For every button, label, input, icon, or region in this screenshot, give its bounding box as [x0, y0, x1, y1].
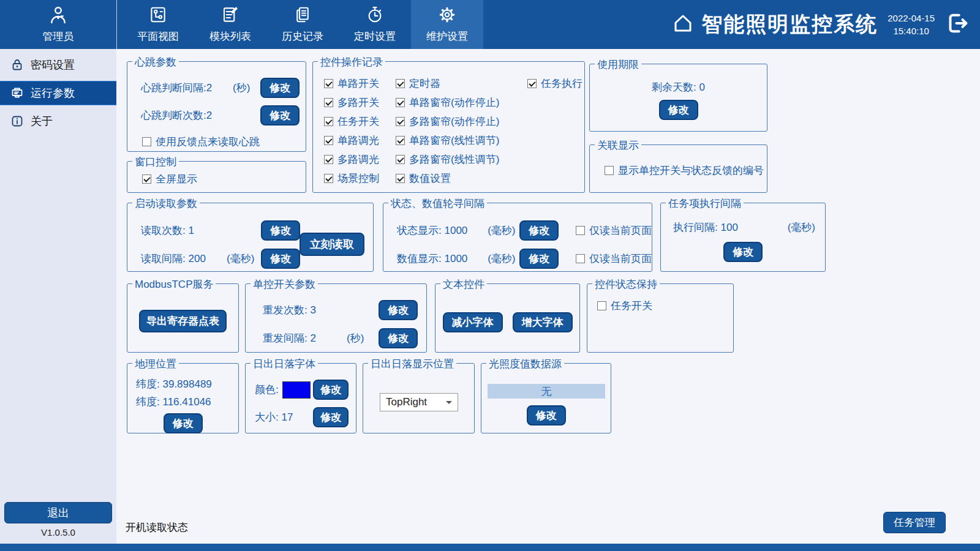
checkbox-icon — [396, 155, 405, 164]
checkbox-icon — [142, 137, 151, 146]
ops-checkbox-item[interactable]: 单路窗帘(线性调节) — [396, 133, 527, 148]
tab-module-list[interactable]: 模块列表 — [194, 0, 266, 49]
task-switch-checkbox[interactable]: 任务开关 — [597, 299, 733, 313]
ops-checkbox-item[interactable]: 多路调光 — [324, 152, 396, 167]
ops-checkbox-item[interactable]: 多路窗帘(线性调节) — [396, 152, 527, 167]
ops-checkbox-item[interactable]: 定时器 — [396, 77, 527, 91]
modify-button[interactable]: 修改 — [379, 328, 418, 348]
modify-button[interactable]: 修改 — [313, 380, 349, 400]
time-text: 15:40:10 — [893, 26, 929, 36]
checkbox-label: 使用反馈点来读取心跳 — [156, 135, 260, 149]
sidebar-item-run-params[interactable]: 运行参数 — [0, 81, 116, 105]
ops-checkbox-item[interactable]: 单路开关 — [324, 77, 396, 91]
feedback-heartbeat-checkbox[interactable]: 使用反馈点来读取心跳 — [142, 135, 306, 149]
home-icon — [672, 12, 694, 37]
value-display-value: 数值显示: 1000 — [397, 252, 488, 266]
tab-floorplan[interactable]: 平面视图 — [122, 0, 194, 49]
checkbox-label: 数值设置 — [409, 171, 451, 186]
group-title: ModbusTCP服务 — [132, 277, 216, 291]
checkbox-label: 任务开关 — [611, 299, 652, 313]
logout-icon[interactable] — [946, 11, 970, 38]
read-now-button[interactable]: 立刻读取 — [300, 233, 364, 256]
ops-checkbox-item[interactable]: 单路调光 — [324, 133, 396, 148]
group-modbus: ModbusTCP服务 导出寄存器点表 — [127, 283, 239, 353]
latitude-value: 纬度: 39.898489 — [136, 377, 238, 391]
tab-label: 平面视图 — [137, 29, 179, 43]
increase-font-button[interactable]: 增大字体 — [513, 312, 573, 332]
ops-checkbox-item[interactable]: 多路开关 — [324, 96, 396, 110]
modify-button[interactable]: 修改 — [260, 105, 300, 126]
tab-label: 维护设置 — [426, 29, 468, 43]
only-current-page-checkbox[interactable]: 仅读当前页面 — [576, 223, 652, 238]
checkbox-icon — [396, 117, 405, 126]
group-sunrise-font: 日出日落字体 颜色: 修改 大小: 17 修改 — [245, 363, 356, 433]
export-registers-button[interactable]: 导出寄存器点表 — [139, 310, 227, 332]
checkbox-label: 定时器 — [409, 77, 440, 91]
lux-source-value: 无 — [488, 384, 605, 399]
tab-history[interactable]: 历史记录 — [266, 0, 339, 49]
sidebar-item-password-settings[interactable]: 密码设置 — [0, 53, 116, 77]
checkbox-icon — [396, 174, 405, 183]
modify-button[interactable]: 修改 — [164, 413, 203, 433]
datetime: 2022-04-15 15:40:10 — [888, 12, 935, 37]
ops-checkbox-item[interactable]: 数值设置 — [396, 171, 527, 186]
tab-timer-settings[interactable]: 定时设置 — [339, 0, 411, 49]
sidebar-item-about[interactable]: 关于 — [0, 109, 116, 133]
font-color-swatch — [282, 381, 311, 399]
modify-button[interactable]: 修改 — [519, 220, 559, 241]
modify-button[interactable]: 修改 — [260, 78, 300, 98]
exec-interval-value: 执行间隔: 100 — [673, 220, 738, 234]
checkbox-icon — [576, 226, 585, 235]
header-right: 智能照明监控系统 2022-04-15 15:40:10 — [672, 0, 980, 49]
group-title: 心跳参数 — [132, 55, 179, 69]
modify-button[interactable]: 修改 — [659, 100, 698, 120]
modify-button[interactable]: 修改 — [519, 249, 559, 269]
font-size-value: 大小: 17 — [255, 410, 293, 424]
lock-icon — [10, 58, 24, 72]
modify-button[interactable]: 修改 — [261, 220, 300, 241]
exit-button[interactable]: 退出 — [4, 502, 112, 523]
modify-button[interactable]: 修改 — [313, 407, 349, 427]
tab-label: 模块列表 — [209, 29, 251, 43]
checkbox-label: 仅读当前页面 — [589, 252, 652, 266]
ops-checkbox-item[interactable]: 单路窗帘(动作停止) — [396, 96, 527, 110]
group-title: 关联显示 — [595, 138, 641, 152]
decrease-font-button[interactable]: 减小字体 — [443, 312, 503, 332]
group-title: 地理位置 — [132, 357, 179, 371]
modify-button[interactable]: 修改 — [261, 249, 300, 269]
ops-checkbox-item[interactable]: 场景控制 — [324, 171, 396, 186]
only-current-page-checkbox[interactable]: 仅读当前页面 — [576, 252, 652, 266]
group-title: 单控开关参数 — [251, 277, 318, 291]
modify-button[interactable]: 修改 — [379, 300, 418, 320]
modify-button[interactable]: 修改 — [723, 242, 763, 262]
checkbox-label: 多路调光 — [337, 152, 379, 167]
assoc-display-checkbox[interactable]: 显示单控开关与状态反馈的编号 — [605, 163, 767, 178]
nav-tabs: 平面视图 模块列表 历史记录 — [122, 0, 483, 49]
status-display-unit: (毫秒) — [488, 223, 519, 238]
checkbox-label: 单路调光 — [337, 133, 379, 148]
checkbox-label: 全屏显示 — [156, 172, 197, 186]
app-window: 管理员 平面视图 模块列表 — [0, 0, 980, 551]
tab-maintenance-settings[interactable]: 维护设置 — [411, 0, 483, 49]
group-title: 日出日落字体 — [251, 357, 318, 371]
app-title: 智能照明监控系统 — [701, 10, 878, 39]
user-block[interactable]: 管理员 — [0, 0, 117, 49]
checkbox-icon — [576, 254, 585, 263]
group-heartbeat: 心跳参数 心跳判断间隔:2 (秒) 修改 心跳判断次数:2 修改 使用反馈点来读… — [127, 61, 306, 152]
checkbox-label: 多路窗帘(动作停止) — [409, 114, 499, 129]
checkbox-icon — [324, 136, 333, 145]
checkbox-icon — [396, 79, 405, 88]
sidebar: 密码设置 运行参数 关于 退出 V1.0.5.0 — [0, 49, 116, 544]
ops-checkbox-item[interactable]: 任务开关 — [324, 114, 396, 129]
checkbox-icon — [396, 98, 405, 107]
ops-checkbox-item[interactable]: 多路窗帘(动作停止) — [396, 114, 527, 129]
fullscreen-checkbox[interactable]: 全屏显示 — [142, 172, 306, 186]
checkbox-label: 任务执行 — [541, 77, 582, 91]
checkbox-label: 单路窗帘(动作停止) — [409, 96, 499, 110]
font-color-label: 颜色: — [255, 383, 279, 397]
sunrise-position-select[interactable]: TopRight — [380, 393, 458, 411]
group-title: 控件操作记录 — [318, 55, 385, 69]
ops-checkbox-item[interactable]: 任务执行 — [527, 77, 584, 91]
modify-button[interactable]: 修改 — [527, 405, 566, 425]
task-manage-button[interactable]: 任务管理 — [883, 512, 946, 533]
